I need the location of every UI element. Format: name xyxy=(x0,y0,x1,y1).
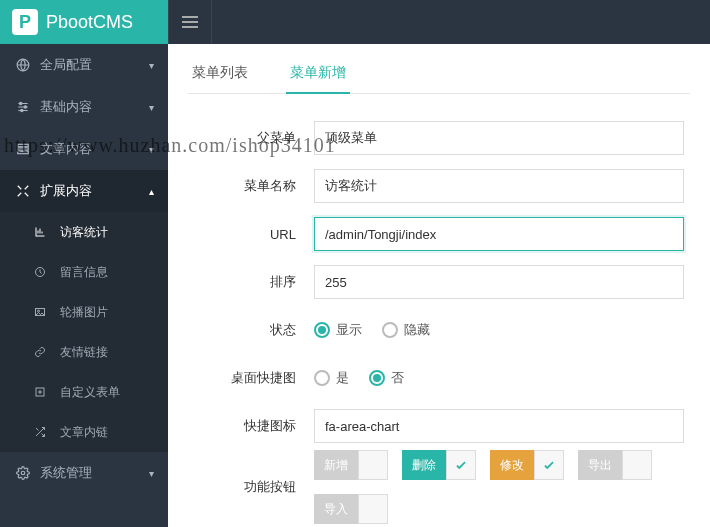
sidebar-label: 扩展内容 xyxy=(40,182,92,200)
label-name: 菜单名称 xyxy=(188,177,314,195)
main-content: 菜单列表 菜单新增 父菜单 菜单名称 URL 排序 xyxy=(168,44,710,527)
sidebar-sub-links[interactable]: 友情链接 xyxy=(0,332,168,372)
menu-name-input[interactable] xyxy=(314,169,684,203)
sidebar-sub-label: 自定义表单 xyxy=(60,384,120,401)
sidebar-item-basic[interactable]: 基础内容 ▾ xyxy=(0,86,168,128)
radio-label: 否 xyxy=(391,369,404,387)
svg-point-11 xyxy=(21,471,25,475)
status-show-radio[interactable]: 显示 xyxy=(314,321,362,339)
function-buttons: 新增 删除 修改 导出 xyxy=(314,450,690,524)
svg-rect-5 xyxy=(18,148,29,150)
fn-label: 删除 xyxy=(402,450,446,480)
link-icon xyxy=(34,346,52,358)
url-input[interactable] xyxy=(314,217,684,251)
hamburger-icon xyxy=(182,16,198,28)
fn-label: 导出 xyxy=(578,450,622,480)
sidebar-sub-innerlink[interactable]: 文章内链 xyxy=(0,412,168,452)
radio-icon xyxy=(369,370,385,386)
sidebar-item-global[interactable]: 全局配置 ▾ xyxy=(0,44,168,86)
checkbox-icon xyxy=(358,494,388,524)
label-parent: 父菜单 xyxy=(188,129,314,147)
radio-label: 显示 xyxy=(336,321,362,339)
radio-icon xyxy=(314,370,330,386)
fn-label: 修改 xyxy=(490,450,534,480)
icon-input[interactable] xyxy=(314,409,684,443)
status-hide-radio[interactable]: 隐藏 xyxy=(382,321,430,339)
fn-edit-toggle[interactable]: 修改 xyxy=(490,450,564,480)
desktop-yes-radio[interactable]: 是 xyxy=(314,369,349,387)
sidebar-item-extend[interactable]: 扩展内容 ▴ xyxy=(0,170,168,212)
list-icon xyxy=(14,142,32,156)
logo-icon: P xyxy=(12,9,38,35)
sidebar-sub-form[interactable]: 自定义表单 xyxy=(0,372,168,412)
sidebar-item-article[interactable]: 文章内容 ▾ xyxy=(0,128,168,170)
fn-add-toggle[interactable]: 新增 xyxy=(314,450,388,480)
top-header: P PbootCMS xyxy=(0,0,710,44)
sidebar-label: 全局配置 xyxy=(40,56,92,74)
fn-import-toggle[interactable]: 导入 xyxy=(314,494,388,524)
tab-menu-add[interactable]: 菜单新增 xyxy=(286,54,350,94)
tab-menu-list[interactable]: 菜单列表 xyxy=(188,54,252,93)
clock-icon xyxy=(34,266,52,278)
label-url: URL xyxy=(188,227,314,242)
sidebar: 全局配置 ▾ 基础内容 ▾ 文章内容 ▾ xyxy=(0,44,168,527)
svg-rect-6 xyxy=(18,151,29,153)
svg-rect-4 xyxy=(18,144,29,146)
label-desktop: 桌面快捷图 xyxy=(188,369,314,387)
sliders-icon xyxy=(14,100,32,114)
label-buttons: 功能按钮 xyxy=(188,478,314,496)
chevron-up-icon: ▴ xyxy=(149,186,154,197)
fn-label: 新增 xyxy=(314,450,358,480)
menu-toggle-button[interactable] xyxy=(168,0,212,44)
chevron-down-icon: ▾ xyxy=(149,144,154,155)
globe-icon xyxy=(14,58,32,72)
chevron-down-icon: ▾ xyxy=(149,60,154,71)
label-icon: 快捷图标 xyxy=(188,417,314,435)
gear-icon xyxy=(14,466,32,480)
fn-label: 导入 xyxy=(314,494,358,524)
sidebar-label: 系统管理 xyxy=(40,464,92,482)
sidebar-item-system[interactable]: 系统管理 ▾ xyxy=(0,452,168,494)
checkbox-checked-icon xyxy=(446,450,476,480)
plus-square-icon xyxy=(34,386,52,398)
brand-name: PbootCMS xyxy=(46,12,133,33)
radio-icon xyxy=(382,322,398,338)
sidebar-label: 基础内容 xyxy=(40,98,92,116)
svg-point-2 xyxy=(24,106,26,108)
sidebar-sub-label: 文章内链 xyxy=(60,424,108,441)
label-status: 状态 xyxy=(188,321,314,339)
fn-delete-toggle[interactable]: 删除 xyxy=(402,450,476,480)
sidebar-label: 文章内容 xyxy=(40,140,92,158)
sidebar-sub-label: 留言信息 xyxy=(60,264,108,281)
parent-menu-input[interactable] xyxy=(314,121,684,155)
chevron-down-icon: ▾ xyxy=(149,468,154,479)
tabs: 菜单列表 菜单新增 xyxy=(188,54,690,94)
checkbox-icon xyxy=(358,450,388,480)
fn-export-toggle[interactable]: 导出 xyxy=(578,450,652,480)
chart-icon xyxy=(34,226,52,238)
checkbox-icon xyxy=(622,450,652,480)
sidebar-sub-label: 友情链接 xyxy=(60,344,108,361)
radio-icon xyxy=(314,322,330,338)
sort-input[interactable] xyxy=(314,265,684,299)
svg-point-3 xyxy=(21,109,23,111)
sidebar-sub-message[interactable]: 留言信息 xyxy=(0,252,168,292)
label-sort: 排序 xyxy=(188,273,314,291)
desktop-no-radio[interactable]: 否 xyxy=(369,369,404,387)
chevron-down-icon: ▾ xyxy=(149,102,154,113)
sidebar-sub-label: 访客统计 xyxy=(60,224,108,241)
sidebar-sub-visitor-stats[interactable]: 访客统计 xyxy=(0,212,168,252)
radio-label: 是 xyxy=(336,369,349,387)
image-icon xyxy=(34,306,52,318)
checkbox-checked-icon xyxy=(534,450,564,480)
sidebar-sub-label: 轮播图片 xyxy=(60,304,108,321)
svg-point-9 xyxy=(38,310,40,312)
svg-point-1 xyxy=(20,102,22,104)
logo[interactable]: P PbootCMS xyxy=(0,0,168,44)
radio-label: 隐藏 xyxy=(404,321,430,339)
sidebar-sub-slideshow[interactable]: 轮播图片 xyxy=(0,292,168,332)
shuffle-icon xyxy=(34,426,52,438)
arrows-icon xyxy=(14,184,32,198)
